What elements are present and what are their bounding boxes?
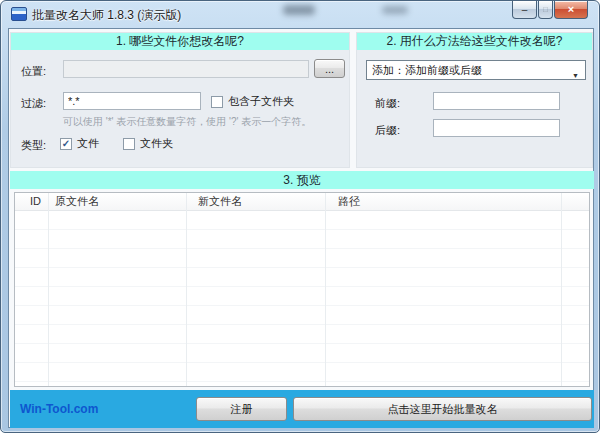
checkbox-checked-icon: ✓: [60, 138, 72, 150]
app-window: 批量改名大师 1.8.3 (演示版) – □ × 1. 哪些文件你想改名呢? 位…: [0, 0, 600, 433]
register-button[interactable]: 注册: [196, 397, 287, 421]
preview-table-body: [15, 211, 589, 386]
titlebar[interactable]: 批量改名大师 1.8.3 (演示版) – □ ×: [1, 1, 599, 28]
type-file-checkbox[interactable]: ✓ 文件: [60, 136, 99, 151]
section2-header: 2. 用什么方法给这些文件改名呢?: [357, 33, 592, 50]
maximize-button[interactable]: □: [538, 1, 553, 19]
prefix-input[interactable]: [433, 92, 560, 110]
location-input[interactable]: [63, 60, 309, 78]
blurred-watermark: [283, 5, 315, 15]
column-divider: [561, 193, 562, 386]
chevron-down-icon: ▼: [572, 67, 579, 85]
window-title: 批量改名大师 1.8.3 (演示版): [32, 7, 181, 24]
preview-table: ID 原文件名 新文件名 路径: [14, 192, 590, 387]
start-rename-button[interactable]: 点击这里开始批量改名: [293, 397, 592, 421]
start-rename-button-label: 点击这里开始批量改名: [388, 402, 498, 417]
filter-label: 过滤:: [21, 96, 46, 111]
column-header-id[interactable]: ID: [15, 193, 48, 210]
method-dropdown-value: 添加：添加前缀或后缀: [372, 64, 482, 76]
filter-input[interactable]: [63, 92, 201, 110]
app-icon: [11, 7, 27, 21]
section-files-panel: 1. 哪些文件你想改名呢? 位置: ... 过滤: 包含子文件夹 可以使用 '*…: [10, 32, 350, 168]
column-header-new[interactable]: 新文件名: [186, 193, 325, 210]
column-divider: [325, 193, 326, 386]
type-folder-label: 文件夹: [140, 136, 173, 151]
preview-table-header: ID 原文件名 新文件名 路径: [15, 193, 589, 211]
prefix-label: 前缀:: [375, 96, 400, 111]
minimize-button[interactable]: –: [512, 1, 537, 19]
checkbox-icon: [211, 96, 223, 108]
close-button[interactable]: ×: [554, 1, 588, 19]
footer-bar: Win-Tool.com 注册 点击这里开始批量改名: [10, 390, 594, 428]
wildcard-hint: 可以使用 '*' 表示任意数量字符，使用 '?' 表示一个字符。: [63, 115, 311, 129]
suffix-input[interactable]: [433, 119, 560, 137]
location-label: 位置:: [21, 64, 46, 79]
type-folder-checkbox[interactable]: 文件夹: [123, 136, 173, 151]
browse-button[interactable]: ...: [314, 59, 345, 78]
type-label: 类型:: [21, 138, 46, 153]
section1-header: 1. 哪些文件你想改名呢?: [11, 33, 349, 50]
browse-button-label: ...: [325, 63, 334, 75]
register-button-label: 注册: [231, 402, 253, 417]
website-link[interactable]: Win-Tool.com: [20, 402, 98, 416]
maximize-icon: □: [543, 6, 548, 14]
section3-header: 3. 预览: [10, 171, 594, 189]
close-icon: ×: [568, 4, 574, 15]
column-divider: [48, 193, 49, 386]
include-subfolders-checkbox[interactable]: 包含子文件夹: [211, 94, 294, 109]
column-header-path[interactable]: 路径: [325, 193, 561, 210]
column-header-original[interactable]: 原文件名: [48, 193, 186, 210]
client-area: 1. 哪些文件你想改名呢? 位置: ... 过滤: 包含子文件夹 可以使用 '*…: [8, 28, 594, 428]
blurred-watermark: [382, 6, 408, 14]
include-subfolders-label: 包含子文件夹: [228, 94, 294, 109]
minimize-icon: –: [522, 5, 528, 15]
checkbox-icon: [123, 138, 135, 150]
suffix-label: 后缀:: [375, 123, 400, 138]
section-method-panel: 2. 用什么方法给这些文件改名呢? 添加：添加前缀或后缀 ▼ 前缀: 后缀:: [356, 32, 593, 168]
method-dropdown[interactable]: 添加：添加前缀或后缀 ▼: [366, 60, 586, 80]
column-divider: [186, 193, 187, 386]
type-file-label: 文件: [77, 136, 99, 151]
